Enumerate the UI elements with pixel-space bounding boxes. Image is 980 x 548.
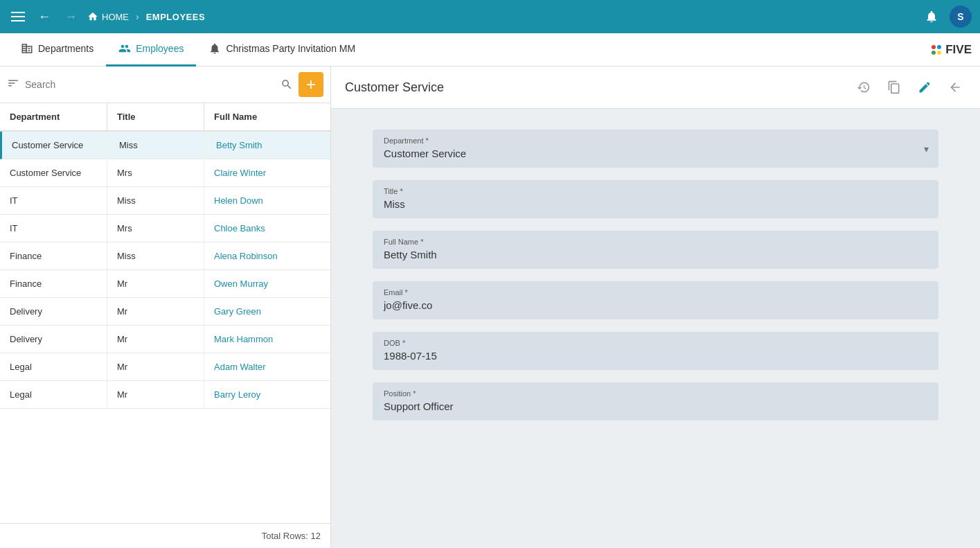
right-panel: Customer Service Department * Customer S…: [331, 67, 980, 548]
td-fullname: Gary Green: [204, 298, 330, 325]
td-department: Customer Service: [0, 159, 107, 186]
form-label-department: Department *: [384, 136, 927, 145]
form-label-position: Position *: [384, 389, 927, 398]
add-button[interactable]: +: [299, 72, 323, 97]
td-title: Miss: [107, 187, 204, 214]
form-label-dob: DOB *: [384, 339, 927, 347]
form-value-position: Support Officer: [384, 400, 927, 412]
form-field-full_name[interactable]: Full Name * Betty Smith: [373, 231, 938, 269]
back-button[interactable]: ←: [35, 7, 54, 26]
table-row[interactable]: Legal Mr Barry Leroy: [0, 381, 330, 409]
table-row[interactable]: IT Mrs Chloe Banks: [0, 215, 330, 242]
form-value-title: Miss: [384, 198, 927, 210]
topbar-right: S: [920, 6, 972, 28]
col-title: Title: [107, 103, 204, 130]
logo-dot-green: [932, 51, 936, 55]
td-department: Legal: [0, 381, 107, 408]
nav-christmas-label: Christmas Party Invitation MM: [226, 43, 355, 54]
filter-button[interactable]: [7, 77, 19, 93]
five-logo-text: FIVE: [945, 43, 972, 57]
user-avatar[interactable]: S: [950, 6, 972, 28]
table-row[interactable]: Customer Service Mrs Claire Winter: [0, 159, 330, 187]
topbar: ← → HOME › EMPLOYEES S: [0, 0, 980, 33]
back-detail-button[interactable]: [944, 76, 966, 98]
edit-icon: [918, 80, 932, 94]
main-layout: + Department Title Full Name Customer Se…: [0, 67, 980, 548]
td-fullname: Owen Murray: [204, 270, 330, 297]
history-button[interactable]: [853, 76, 875, 98]
table-row[interactable]: Delivery Mr Mark Hammon: [0, 326, 330, 353]
td-fullname: Alena Robinson: [204, 242, 330, 269]
td-fullname: Helen Down: [204, 187, 330, 214]
detail-actions: [853, 76, 966, 98]
form-field-title[interactable]: Title * Miss: [373, 180, 938, 218]
td-fullname: Mark Hammon: [204, 326, 330, 353]
logo-dots: [932, 45, 941, 55]
table-footer: Total Rows: 12: [0, 523, 330, 548]
td-fullname: Barry Leroy: [204, 381, 330, 408]
home-label: HOME: [102, 12, 129, 22]
td-fullname: Betty Smith: [206, 132, 330, 159]
td-department: Delivery: [0, 326, 107, 353]
logo-dot-yellow: [937, 51, 941, 55]
back-detail-icon: [948, 80, 962, 94]
form-value-department: Customer Service: [384, 148, 927, 159]
detail-title: Customer Service: [345, 80, 444, 95]
table-row[interactable]: Finance Mr Owen Murray: [0, 270, 330, 298]
td-department: IT: [0, 215, 107, 242]
table-body: Customer Service Miss Betty Smith Custom…: [0, 132, 330, 409]
td-department: Legal: [0, 353, 107, 380]
td-title: Miss: [107, 242, 204, 269]
td-department: Finance: [0, 242, 107, 269]
topbar-left: ← → HOME › EMPLOYEES: [8, 7, 920, 26]
home-link[interactable]: HOME: [87, 11, 129, 22]
col-fullname: Full Name: [204, 103, 330, 130]
td-title: Mr: [107, 326, 204, 353]
table-row[interactable]: Legal Mr Adam Walter: [0, 353, 330, 381]
edit-button[interactable]: [914, 76, 936, 98]
logo-dot-blue: [937, 45, 941, 49]
dropdown-arrow-department[interactable]: ▾: [924, 143, 929, 154]
copy-button[interactable]: [883, 76, 905, 98]
form-label-email: Email *: [384, 288, 927, 297]
departments-icon: [21, 42, 33, 55]
five-logo: FIVE: [932, 43, 972, 57]
data-table: Department Title Full Name Customer Serv…: [0, 103, 330, 523]
forward-button[interactable]: →: [61, 7, 80, 26]
bell-icon: [925, 10, 938, 24]
form-label-full_name: Full Name *: [384, 238, 927, 246]
menu-icon[interactable]: [8, 7, 28, 26]
secondary-nav: Departments Employees Christmas Party In…: [0, 33, 980, 67]
nav-christmas[interactable]: Christmas Party Invitation MM: [196, 33, 368, 67]
search-input[interactable]: [25, 79, 275, 90]
detail-header: Customer Service: [331, 67, 980, 109]
nav-departments[interactable]: Departments: [8, 33, 106, 67]
nav-employees[interactable]: Employees: [106, 33, 196, 67]
search-button[interactable]: [280, 78, 293, 91]
table-header: Department Title Full Name: [0, 103, 330, 132]
form-field-department[interactable]: Department * Customer Service ▾: [373, 130, 938, 168]
nav-employees-label: Employees: [136, 43, 184, 54]
form-field-position[interactable]: Position * Support Officer: [373, 382, 938, 421]
filter-icon-svg: [7, 77, 19, 89]
table-row[interactable]: Finance Miss Alena Robinson: [0, 242, 330, 270]
form-field-dob[interactable]: DOB * 1988-07-15: [373, 332, 938, 370]
bell-nav-icon: [208, 42, 221, 55]
form-value-email: jo@five.co: [384, 299, 927, 311]
td-department: Finance: [0, 270, 107, 297]
td-title: Mr: [107, 353, 204, 380]
td-title: Mr: [107, 298, 204, 325]
table-row[interactable]: Delivery Mr Gary Green: [0, 298, 330, 326]
search-icon: [280, 78, 293, 91]
table-row[interactable]: IT Miss Helen Down: [0, 187, 330, 215]
form-field-email[interactable]: Email * jo@five.co: [373, 281, 938, 319]
search-bar: +: [0, 67, 330, 103]
table-row[interactable]: Customer Service Miss Betty Smith: [0, 132, 330, 159]
td-title: Miss: [109, 132, 206, 159]
td-title: Mr: [107, 381, 204, 408]
left-panel-inner: Department Title Full Name Customer Serv…: [0, 103, 330, 548]
notifications-button[interactable]: [920, 6, 943, 28]
five-logo-mark: FIVE: [932, 43, 972, 57]
td-fullname: Claire Winter: [204, 159, 330, 186]
td-title: Mr: [107, 270, 204, 297]
